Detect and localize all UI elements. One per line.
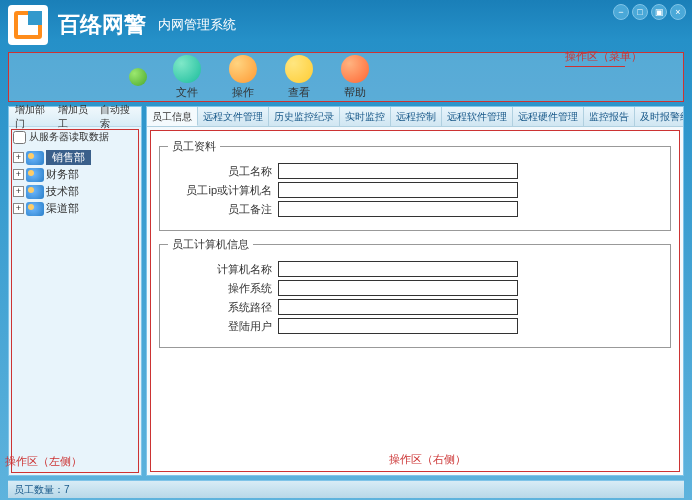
toolbar-lead-icon — [129, 68, 147, 86]
os-label: 操作系统 — [168, 281, 278, 296]
syspath-input[interactable] — [278, 299, 518, 315]
status-bar: 员工数量：7 — [8, 480, 684, 498]
department-tree: + 销售部 + 财务部 + 技术部 + 渠道部 — [9, 147, 141, 219]
app-subtitle: 内网管理系统 — [158, 16, 236, 34]
view-icon — [285, 55, 313, 83]
expand-icon[interactable]: + — [13, 152, 24, 163]
users-icon — [26, 185, 44, 199]
syspath-label: 系统路径 — [168, 300, 278, 315]
tab-bar: 员工信息 远程文件管理 历史监控纪录 实时监控 远程控制 远程软件管理 远程硬件… — [147, 107, 683, 127]
maximize-button[interactable]: □ — [632, 4, 648, 20]
toolbar-operate-label: 操作 — [232, 85, 254, 100]
tree-item-sales[interactable]: + 销售部 — [11, 149, 139, 166]
server-data-label: 从服务器读取数据 — [29, 130, 109, 144]
annotation-menu-text: 操作区（菜单） — [565, 50, 642, 62]
sidebar: 增加部门 增加员工 自动搜索 从服务器读取数据 + 销售部 + 财务部 — [8, 106, 142, 476]
tab-alarm[interactable]: 及时报警纪录 — [635, 107, 683, 126]
users-icon — [26, 202, 44, 216]
tab-remote-control[interactable]: 远程控制 — [391, 107, 442, 126]
login-user-label: 登陆用户 — [168, 319, 278, 334]
sidebar-toolbar: 增加部门 增加员工 自动搜索 — [9, 107, 141, 127]
content-area: 员工资料 员工名称 员工ip或计算机名 员工备注 员工计算机信 — [150, 130, 680, 472]
computer-name-label: 计算机名称 — [168, 262, 278, 277]
toolbar-help[interactable]: 帮助 — [341, 55, 369, 100]
main-panel: 员工信息 远程文件管理 历史监控纪录 实时监控 远程控制 远程软件管理 远程硬件… — [146, 106, 684, 476]
tab-realtime[interactable]: 实时监控 — [340, 107, 391, 126]
os-input[interactable] — [278, 280, 518, 296]
employee-info-legend: 员工资料 — [168, 139, 220, 154]
employee-ip-label: 员工ip或计算机名 — [168, 183, 278, 198]
app-logo — [8, 5, 48, 45]
tree-label: 渠道部 — [46, 201, 79, 216]
annotation-right: 操作区（右侧） — [389, 452, 466, 467]
toolbar-help-label: 帮助 — [344, 85, 366, 100]
title-bar: 百络网警 内网管理系统 − □ ▣ × — [0, 0, 692, 50]
toolbar-view[interactable]: 查看 — [285, 55, 313, 100]
file-icon — [173, 55, 201, 83]
minimize-button[interactable]: − — [613, 4, 629, 20]
tab-report[interactable]: 监控报告 — [584, 107, 635, 126]
toolbar-view-label: 查看 — [288, 85, 310, 100]
help-icon — [341, 55, 369, 83]
tree-item-channel[interactable]: + 渠道部 — [11, 200, 139, 217]
tab-employee-info[interactable]: 员工信息 — [147, 107, 198, 126]
main-toolbar: 文件 操作 查看 帮助 操作区（菜单） — [8, 52, 684, 102]
restore-button[interactable]: ▣ — [651, 4, 667, 20]
computer-name-input[interactable] — [278, 261, 518, 277]
login-user-input[interactable] — [278, 318, 518, 334]
employee-ip-input[interactable] — [278, 182, 518, 198]
employee-name-input[interactable] — [278, 163, 518, 179]
computer-info-group: 员工计算机信息 计算机名称 操作系统 系统路径 登陆用户 — [159, 237, 671, 348]
employee-note-label: 员工备注 — [168, 202, 278, 217]
annotation-left: 操作区（左侧） — [5, 454, 82, 469]
toolbar-file[interactable]: 文件 — [173, 55, 201, 100]
tree-label: 销售部 — [46, 150, 91, 165]
window-controls: − □ ▣ × — [613, 4, 686, 20]
computer-info-legend: 员工计算机信息 — [168, 237, 253, 252]
app-window: 百络网警 内网管理系统 − □ ▣ × 文件 操作 查看 帮助 操作区（菜单） — [0, 0, 692, 500]
employee-info-group: 员工资料 员工名称 员工ip或计算机名 员工备注 — [159, 139, 671, 231]
app-title: 百络网警 — [58, 10, 146, 40]
server-data-checkbox[interactable] — [13, 131, 26, 144]
body: 增加部门 增加员工 自动搜索 从服务器读取数据 + 销售部 + 财务部 — [8, 106, 684, 476]
annotation-menu: 操作区（菜单） — [565, 49, 685, 67]
operate-icon — [229, 55, 257, 83]
toolbar-operate[interactable]: 操作 — [229, 55, 257, 100]
expand-icon[interactable]: + — [13, 186, 24, 197]
tree-label: 财务部 — [46, 167, 79, 182]
tab-remote-software[interactable]: 远程软件管理 — [442, 107, 513, 126]
tab-remote-file[interactable]: 远程文件管理 — [198, 107, 269, 126]
employee-name-label: 员工名称 — [168, 164, 278, 179]
employee-count: 员工数量：7 — [14, 483, 70, 497]
employee-note-input[interactable] — [278, 201, 518, 217]
users-icon — [26, 151, 44, 165]
server-data-checkbox-row[interactable]: 从服务器读取数据 — [9, 127, 141, 147]
expand-icon[interactable]: + — [13, 203, 24, 214]
tab-remote-hardware[interactable]: 远程硬件管理 — [513, 107, 584, 126]
tree-item-finance[interactable]: + 财务部 — [11, 166, 139, 183]
expand-icon[interactable]: + — [13, 169, 24, 180]
toolbar-file-label: 文件 — [176, 85, 198, 100]
tree-item-tech[interactable]: + 技术部 — [11, 183, 139, 200]
tree-label: 技术部 — [46, 184, 79, 199]
close-button[interactable]: × — [670, 4, 686, 20]
users-icon — [26, 168, 44, 182]
tab-history[interactable]: 历史监控纪录 — [269, 107, 340, 126]
